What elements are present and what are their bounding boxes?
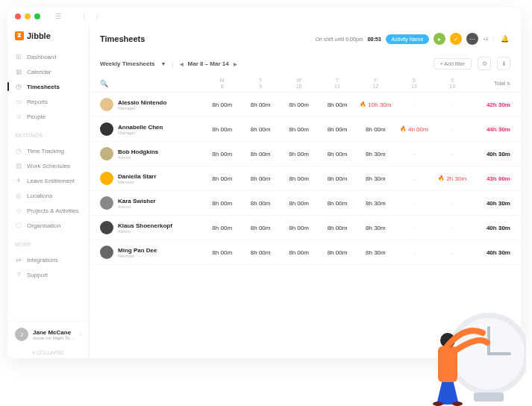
cell-hours: 8h 00m bbox=[280, 175, 318, 182]
svg-rect-4 bbox=[474, 393, 504, 402]
table-row[interactable]: Daniella StarrMember8h 00m8h 00m8h 00m8h… bbox=[90, 166, 521, 191]
table-row[interactable]: Alessio NintendoManager8h 00m8h 00m8h 00… bbox=[90, 93, 521, 117]
employee-role: Admin bbox=[118, 155, 158, 160]
nav-icon: ◷ bbox=[15, 83, 22, 90]
cell-hours: 8h 00m bbox=[203, 225, 241, 231]
cell-total: 40h 30m bbox=[472, 249, 510, 256]
avatar bbox=[100, 172, 113, 185]
settings-icon[interactable]: ⚙ bbox=[478, 57, 491, 70]
chevron-right-icon: › bbox=[79, 331, 81, 338]
fire-icon: 🔥 bbox=[438, 175, 445, 181]
day-header: T9 bbox=[241, 78, 279, 89]
chevron-down-icon[interactable]: ▼ bbox=[161, 61, 166, 66]
sidebar-item-locations[interactable]: ◎Locations bbox=[7, 188, 89, 203]
cell-hours: 8h 00m bbox=[241, 102, 279, 108]
table-row[interactable]: Annabelle ChenManager8h 00m8h 00m8h 00m8… bbox=[90, 117, 521, 142]
cell-empty: - bbox=[395, 151, 433, 157]
employee-role: Member bbox=[118, 254, 157, 258]
sidebar-item-projects-activities[interactable]: ◇Projects & Activities bbox=[7, 203, 89, 218]
day-header: S14 bbox=[434, 78, 472, 89]
cell-hours: 8h 00m bbox=[357, 126, 395, 133]
cell-total: 44h 30m bbox=[472, 126, 510, 133]
cell-overtime: 🔥10h 30m bbox=[357, 102, 395, 108]
cell-hours: 8h 00m bbox=[318, 151, 356, 157]
cell-hours: 8h 30m bbox=[357, 200, 395, 207]
table-row[interactable]: Klaus ShoenerkopfAdmin8h 00m8h 00m8h 00m… bbox=[90, 216, 521, 240]
nav-section-settings: SETTINGS bbox=[7, 127, 89, 140]
cell-hours: 8h 30m bbox=[357, 175, 395, 182]
nav-icon: ☺ bbox=[15, 113, 22, 120]
avatar bbox=[100, 147, 113, 160]
nav-label: Work Schedules bbox=[27, 163, 70, 169]
view-selector[interactable]: Weekly Timesheets bbox=[100, 60, 155, 67]
cell-hours: 8h 00m bbox=[203, 151, 241, 157]
next-week-button[interactable]: ▶ bbox=[234, 61, 237, 66]
cell-total: 43h 00m bbox=[472, 175, 510, 182]
sidebar-item-dashboard[interactable]: ⊞Dashboard bbox=[7, 49, 89, 64]
sidebar-toggle-icon[interactable]: ☰ bbox=[52, 10, 64, 22]
cell-empty: - bbox=[395, 175, 433, 182]
add-filter-button[interactable]: + Add filter bbox=[434, 58, 472, 69]
cell-total: 40h 30m bbox=[472, 151, 510, 157]
avatar bbox=[100, 221, 113, 234]
sidebar-item-work-schedules[interactable]: ▥Work Schedules bbox=[7, 158, 89, 173]
table-row[interactable]: Kara SwisherAdmin8h 00m8h 00m8h 00m8h 00… bbox=[90, 191, 521, 216]
prev-week-button[interactable]: ◀ bbox=[180, 61, 184, 66]
sidebar-item-integrations[interactable]: ⇄Integrations bbox=[7, 252, 89, 267]
svg-point-7 bbox=[433, 402, 443, 406]
table-row[interactable]: Ming Pan DeeMember8h 00m8h 00m8h 00m8h 0… bbox=[90, 240, 521, 265]
sidebar-item-calendar[interactable]: ▦Calendar bbox=[7, 64, 89, 79]
sidebar: ⧗ Jibble ⊞Dashboard▦Calendar◷Timesheets▭… bbox=[7, 25, 90, 358]
nav-icon: ▥ bbox=[15, 162, 22, 169]
nav-label: Support bbox=[27, 272, 48, 278]
activity-pill[interactable]: Activity Name bbox=[386, 34, 430, 44]
shift-status: On shift until 6:00pm bbox=[315, 37, 363, 42]
sidebar-item-reports[interactable]: ▭Reports bbox=[7, 94, 89, 109]
day-header: T11 bbox=[318, 78, 356, 89]
cell-hours: 8h 00m bbox=[280, 249, 318, 256]
cell-hours: 8h 00m bbox=[241, 249, 279, 256]
total-header[interactable]: Total bbox=[494, 81, 505, 86]
traffic-lights[interactable] bbox=[15, 13, 40, 19]
cell-empty: - bbox=[395, 225, 433, 231]
action-timer-icon[interactable]: ✓ bbox=[450, 33, 462, 45]
brand-name: Jibble bbox=[27, 31, 51, 40]
cell-hours: 8h 00m bbox=[241, 126, 279, 133]
sidebar-item-leave-entitlement[interactable]: ✈Leave Entitlement bbox=[7, 173, 89, 188]
search-icon[interactable]: 🔍 bbox=[100, 80, 108, 87]
sidebar-item-time-tracking[interactable]: ◷Time Tracking bbox=[7, 143, 89, 158]
brand-logo[interactable]: ⧗ Jibble bbox=[7, 25, 89, 46]
action-more-icon[interactable]: ⋯ bbox=[466, 33, 478, 45]
date-range[interactable]: Mar 8 – Mar 14 bbox=[188, 60, 229, 67]
download-icon[interactable]: ⬇ bbox=[497, 57, 510, 70]
action-kiosk-icon[interactable]: ▸ bbox=[434, 33, 445, 45]
sidebar-item-timesheets[interactable]: ◷Timesheets bbox=[7, 79, 89, 94]
day-header: S13 bbox=[395, 78, 433, 89]
cell-hours: 8h 00m bbox=[318, 175, 356, 182]
table-row[interactable]: Bob HodgkinsAdmin8h 00m8h 00m8h 00m8h 00… bbox=[90, 142, 521, 166]
collapse-sidebar[interactable]: « COLLAPSE bbox=[7, 347, 89, 358]
nav-icon: ▦ bbox=[15, 68, 22, 75]
sidebar-item-organisation[interactable]: ⬡Organisation bbox=[7, 218, 89, 233]
sidebar-item-people[interactable]: ☺People bbox=[7, 109, 89, 124]
cell-hours: 8h 00m bbox=[280, 200, 318, 207]
nav-icon: ⊞ bbox=[15, 53, 22, 60]
employee-name: Alessio Nintendo bbox=[118, 99, 166, 106]
cell-empty: - bbox=[395, 102, 433, 108]
back-button[interactable]: 〈 bbox=[76, 10, 88, 22]
sidebar-item-support[interactable]: ?Support bbox=[7, 267, 89, 282]
cell-hours: 8h 00m bbox=[280, 102, 318, 108]
cell-empty: - bbox=[434, 126, 472, 133]
user-profile[interactable]: J Jane McCane Acme Inc Might Too Long...… bbox=[7, 321, 89, 347]
bell-icon[interactable]: 🔔 bbox=[498, 33, 510, 45]
avatar: J bbox=[15, 328, 28, 341]
shift-timer: 00:53 bbox=[368, 37, 381, 42]
nav-label: Organisation bbox=[27, 222, 60, 229]
cell-empty: - bbox=[434, 225, 472, 231]
nav-icon: ◎ bbox=[15, 192, 22, 199]
employee-role: Member bbox=[118, 180, 157, 184]
cell-empty: - bbox=[434, 151, 472, 157]
cell-empty: - bbox=[395, 200, 433, 207]
employee-role: Manager bbox=[118, 131, 163, 135]
forward-button[interactable]: 〉 bbox=[93, 10, 104, 22]
